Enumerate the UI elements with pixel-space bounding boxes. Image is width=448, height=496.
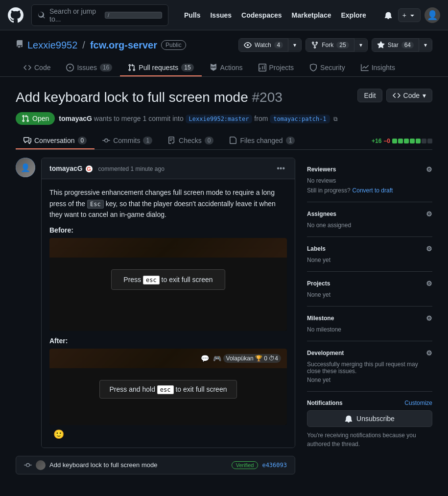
repo-name-link[interactable]: fcw.org-server (90, 40, 157, 51)
projects-icon (259, 64, 266, 71)
google-badge: G (86, 165, 93, 172)
tab-insights-label: Insights (372, 64, 395, 71)
customize-link[interactable]: Customize (404, 400, 432, 406)
pr-tab-files[interactable]: Files changed 1 (221, 133, 303, 149)
development-gear-icon[interactable]: ⚙ (426, 349, 432, 357)
commit-avatar (36, 460, 46, 470)
github-logo[interactable] (8, 7, 24, 23)
search-icon (38, 11, 46, 19)
nav-codespaces[interactable]: Codespaces (237, 7, 285, 23)
tab-security-label: Security (320, 64, 345, 71)
pr-icon (128, 64, 136, 71)
nav-pulls[interactable]: Pulls (180, 7, 204, 23)
pr-status-row: Open tomayacG wants to merge 1 commit in… (16, 112, 432, 125)
comment-more-button[interactable]: ••• (275, 162, 287, 175)
pr-title-actions: Edit Code ▾ (357, 89, 432, 102)
chat-emoji: 💬 (201, 354, 209, 362)
emoji-react-button[interactable]: 🙂 (49, 425, 64, 439)
copy-branch-icon[interactable]: ⧉ (333, 116, 338, 122)
repo-header: Lexxie9952 / fcw.org-server Public Watch… (0, 30, 448, 77)
diff-additions: +16 (372, 138, 381, 144)
milestone-gear-icon[interactable]: ⚙ (426, 314, 432, 322)
tab-issues[interactable]: Issues 16 (58, 60, 120, 76)
convert-draft-link[interactable]: Convert to draft (353, 187, 393, 194)
source-branch[interactable]: tomayac:patch-1 (270, 115, 330, 123)
star-button[interactable]: Star 64 (372, 39, 419, 51)
tab-actions[interactable]: Actions (202, 60, 251, 76)
pr-title-row: Add keyboard lock to full screen mode #2… (16, 89, 432, 106)
diff-sq-7 (427, 139, 432, 143)
pr-tab-conversation-count: 0 (78, 137, 87, 144)
sidebar-development-label: Development ⚙ (307, 349, 432, 357)
repo-tabs: Code Issues 16 Pull requests 15 Actions … (16, 60, 432, 76)
reviewers-gear-icon[interactable]: ⚙ (426, 165, 432, 173)
before-screen: Press esc to exit full screen (49, 238, 287, 331)
labels-gear-icon[interactable]: ⚙ (426, 245, 432, 253)
tab-projects-label: Projects (269, 64, 294, 71)
user-emoji-1: 🎮 (213, 354, 221, 362)
nav-issues[interactable]: Issues (206, 7, 236, 23)
user-avatar[interactable]: 👤 (424, 7, 440, 23)
milestone-value: No milestone (307, 326, 432, 333)
comment-box: tomayacG G commented 1 minute ago ••• Th… (41, 158, 295, 448)
esc-kbd-2: esc (157, 385, 174, 394)
pr-status-text: Open (32, 115, 49, 122)
tab-code[interactable]: Code (16, 60, 58, 76)
fork-button-group: Fork 25 ▾ (306, 38, 367, 52)
pr-tab-conversation-label: Conversation (34, 137, 75, 144)
edit-button[interactable]: Edit (357, 89, 382, 102)
sidebar-reviewers-label: Reviewers ⚙ (307, 165, 432, 173)
before-label: Before: (49, 226, 287, 234)
repo-owner-link[interactable]: Lexxie9952 (27, 40, 77, 51)
notifications-header: Notifications Customize (307, 400, 432, 406)
tab-pullrequests[interactable]: Pull requests 15 (120, 60, 201, 76)
fork-dropdown[interactable]: ▾ (354, 39, 367, 51)
commits-tab-icon (102, 137, 110, 144)
tab-projects[interactable]: Projects (251, 60, 302, 76)
search-bar[interactable]: Search or jump to... / (31, 4, 168, 26)
pr-open-icon (22, 115, 29, 122)
top-nav: Search or jump to... / Pulls Issues Code… (0, 0, 448, 30)
volapukan-badge: Volapükan 🏆 0 ⏱4 (223, 354, 281, 363)
watch-button[interactable]: Watch 4 (239, 39, 288, 51)
sidebar-milestone: Milestone ⚙ No milestone (307, 307, 432, 341)
projects-gear-icon[interactable]: ⚙ (426, 280, 432, 287)
pr-tab-conversation[interactable]: Conversation 0 (16, 133, 94, 149)
diff-sq-5 (416, 139, 421, 143)
star-dropdown[interactable]: ▾ (419, 39, 432, 51)
tab-security[interactable]: Security (302, 60, 353, 76)
nav-explore[interactable]: Explore (337, 7, 370, 23)
code-button[interactable]: Code ▾ (386, 89, 432, 102)
target-branch[interactable]: Lexxie9952:master (186, 115, 253, 123)
labels-value: None yet (307, 257, 432, 263)
esc-kbd: esc (143, 276, 160, 284)
pr-tab-checks[interactable]: Checks 0 (160, 133, 221, 149)
watch-dropdown[interactable]: ▾ (288, 39, 301, 51)
nav-marketplace[interactable]: Marketplace (288, 7, 335, 23)
actions-icon (210, 64, 217, 71)
code-button-label: Code (403, 92, 420, 99)
star-button-group: Star 64 ▾ (372, 38, 432, 52)
fork-button[interactable]: Fork 25 (306, 39, 354, 51)
notifications-icon[interactable] (382, 9, 394, 21)
code-angle-icon (393, 92, 401, 99)
sidebar-projects-label: Projects ⚙ (307, 280, 432, 287)
tab-insights[interactable]: Insights (353, 60, 403, 76)
after-screen: 💬 🎮 Volapükan 🏆 0 ⏱4 Press and hold esc (49, 349, 287, 425)
checks-tab-icon (168, 137, 176, 144)
create-new-button[interactable]: + (398, 8, 421, 22)
assignees-gear-icon[interactable]: ⚙ (426, 210, 432, 218)
star-label: Star (388, 42, 399, 48)
issues-icon (66, 64, 74, 71)
sidebar-labels-label: Labels ⚙ (307, 245, 432, 253)
commit-row: Add keyboard lock to full screen mode Ve… (16, 456, 295, 474)
diff-sq-6 (422, 139, 426, 143)
unsubscribe-button[interactable]: Unsubscribe (307, 410, 432, 427)
pr-meta: tomayacG wants to merge 1 commit into Le… (59, 115, 338, 122)
security-icon (309, 64, 317, 71)
repo-book-icon (16, 40, 24, 50)
nav-icons: + 👤 (382, 7, 440, 23)
screen-after-bottom (49, 410, 287, 425)
commit-hash[interactable]: e436093 (262, 462, 287, 469)
pr-tab-commits[interactable]: Commits 1 (94, 133, 160, 149)
